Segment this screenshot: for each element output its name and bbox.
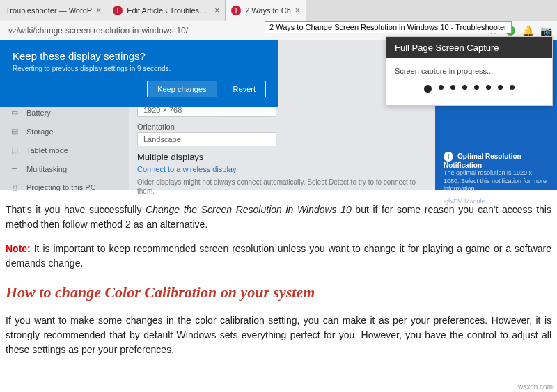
tab-title: Edit Article ‹ Troubleshooter — W <box>127 6 210 15</box>
tab-tooltip: 2 Ways to Change Screen Resolution in Wi… <box>265 21 512 33</box>
sidebar-item-label: Multitasking <box>26 165 67 173</box>
progress-dot-icon <box>498 85 503 90</box>
article-body: That's it you have successfully Change t… <box>0 190 557 357</box>
keep-changes-button[interactable]: Keep changes <box>147 81 217 97</box>
sidebar-item-label: Projecting to this PC <box>26 183 96 191</box>
progress-dot-icon <box>474 85 479 90</box>
display-note: Older displays might not always connect … <box>137 178 427 196</box>
sidebar-item-label: Storage <box>26 127 54 136</box>
close-icon[interactable]: × <box>96 6 101 15</box>
info-icon: i <box>444 152 453 162</box>
multitasking-icon: ☰ <box>10 164 19 173</box>
favicon-icon: T <box>113 6 123 15</box>
capture-status: Screen capture in progress... <box>395 67 544 75</box>
favicon-icon: T <box>231 6 241 15</box>
storage-icon: ▤ <box>10 127 19 136</box>
tablet-icon: ⬚ <box>10 146 19 155</box>
section-heading: How to change Color Calibration on your … <box>6 281 551 304</box>
progress-dot-icon <box>450 85 455 90</box>
notification-title: Optimal Resolution Notification <box>444 152 521 169</box>
tab-3[interactable]: T 2 Ways to Ch × <box>226 0 306 21</box>
note-label: Note: <box>6 243 31 254</box>
sidebar-item-label: Battery <box>26 109 51 117</box>
tab-1[interactable]: Troubleshooter — WordP × <box>0 0 107 21</box>
camera-icon[interactable]: 📷 <box>540 25 551 36</box>
notification-module: igfxEM Module <box>444 198 549 205</box>
revert-button[interactable]: Revert <box>223 81 266 97</box>
orientation-label: Orientation <box>137 123 427 131</box>
note-paragraph: Note: It is important to keep recommende… <box>6 242 551 271</box>
close-icon[interactable]: × <box>295 6 300 15</box>
paragraph: That's it you have successfully Change t… <box>6 203 551 232</box>
orientation-select[interactable]: Landscape <box>137 132 276 146</box>
progress-dots <box>395 85 544 93</box>
tab-title: 2 Ways to Ch <box>245 6 291 15</box>
progress-dot-icon <box>424 85 432 93</box>
wireless-display-link[interactable]: Connect to a wireless display <box>137 165 427 173</box>
sidebar-item-label: Tablet mode <box>26 146 68 155</box>
capture-title: Full Page Screen Capture <box>386 37 552 58</box>
progress-dot-icon <box>510 85 515 90</box>
sidebar-item-tablet[interactable]: ⬚Tablet mode <box>0 141 129 159</box>
tab-2[interactable]: T Edit Article ‹ Troubleshooter — W × <box>107 0 226 21</box>
paragraph: If you want to make some changes in the … <box>6 313 551 357</box>
sidebar-item-storage[interactable]: ▤Storage <box>0 122 129 141</box>
watermark: wsxdn.com <box>518 383 553 391</box>
close-icon[interactable]: × <box>214 6 219 15</box>
tab-strip: Troubleshooter — WordP × T Edit Article … <box>0 0 557 21</box>
display-settings-dialog: Keep these display settings? Reverting t… <box>0 40 278 107</box>
tab-title: Troubleshooter — WordP <box>6 6 92 15</box>
sidebar-item-multitasking[interactable]: ☰Multitasking <box>0 159 129 178</box>
projecting-icon: ⎙ <box>10 183 19 191</box>
battery-icon: ▭ <box>10 108 19 117</box>
screen-capture-popup: Full Page Screen Capture Screen capture … <box>386 36 553 106</box>
progress-dot-icon <box>462 85 467 90</box>
multiple-displays-heading: Multiple displays <box>137 152 427 162</box>
dialog-subtitle: Reverting to previous display settings i… <box>13 65 266 72</box>
dialog-title: Keep these display settings? <box>13 50 266 62</box>
notification-body: The optimal resolution is 1920 x 1080. S… <box>444 169 549 194</box>
progress-dot-icon <box>439 85 444 90</box>
progress-dot-icon <box>486 85 491 90</box>
extension-icon[interactable]: 🔔 <box>522 25 533 36</box>
sidebar-item-projecting[interactable]: ⎙Projecting to this PC <box>0 178 129 196</box>
